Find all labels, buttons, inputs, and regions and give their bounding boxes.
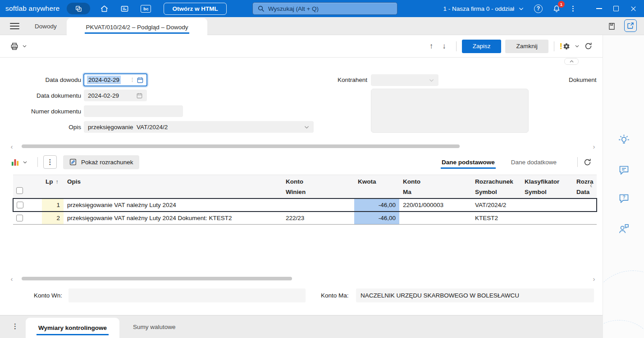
help-chat-button[interactable]: ? [618,192,630,204]
ideas-button[interactable] [618,134,630,146]
data-dowodu-input[interactable]: 2024-02-29 [83,73,147,86]
cell-rozrachunek[interactable]: KTEST2 [471,212,521,225]
opis-dropdown[interactable]: przeksięgowanie VAT/2024/2 [84,121,314,133]
notifications-button[interactable]: 1 [553,5,561,13]
collapse-header-button[interactable] [564,58,579,65]
numer-dokumentu-input[interactable] [84,105,183,117]
table-row[interactable]: 2 przeksięgowanie VAT należny Luty 2024 … [13,212,597,225]
column-konto-winien[interactable]: Konto [286,178,351,185]
move-down-button[interactable] [438,42,451,51]
divider [554,41,554,51]
column-rozrachunek[interactable]: Rozrachunek [475,178,517,185]
grid-horizontal-scrollbar[interactable] [9,275,597,282]
help-icon[interactable] [534,5,543,13]
entries-table: Lp Opis KontoWinien Kwota KontoMa Rozrac… [13,175,597,225]
sort-asc-icon[interactable] [56,179,59,185]
company-selector[interactable]: 1 - Nasza firma 0 - oddział [443,5,514,12]
row-checkbox[interactable] [16,215,23,221]
cell-opis[interactable]: przeksięgowanie VAT należny Luty 2024 [64,198,282,212]
kebab-icon[interactable] [12,322,18,330]
print-options-chevron[interactable] [22,44,27,49]
chevron-down-icon[interactable] [518,6,524,12]
chevron-up-icon [569,59,574,64]
tab-wymiary-kontrolingowe[interactable]: Wymiary kontrolingowe [26,318,119,338]
pages-panel-button[interactable] [607,22,616,31]
search-input[interactable] [268,5,393,12]
save-button[interactable]: Zapisz [462,40,502,53]
cell-klasyfikator[interactable] [521,212,573,225]
print-button[interactable] [10,42,19,51]
row-checkbox[interactable] [17,202,23,208]
cell-kwota[interactable]: -46,00 [354,212,399,225]
global-search[interactable] [252,2,397,15]
share-button[interactable] [624,19,637,32]
cell-opis[interactable]: przeksięgowanie VAT należny Luty 2024 Do… [64,212,282,225]
minimize-button[interactable] [594,4,603,13]
home-button[interactable] [100,5,109,13]
column-konto-ma[interactable]: Konto [403,178,468,185]
cell-rozra-data[interactable] [573,198,597,212]
show-settlement-button[interactable]: Pokaż rozrachunek [63,155,139,169]
calendar-icon[interactable] [136,92,143,99]
cell-konto-ma[interactable] [399,212,471,225]
calendar-icon[interactable] [137,77,144,84]
workspace-switcher-button[interactable] [67,3,90,14]
cell-lp[interactable]: 1 [42,198,64,212]
cell-konto-winien[interactable] [282,198,354,212]
column-opis[interactable]: Opis [67,178,279,185]
scroll-right-icon[interactable] [591,275,597,282]
cell-lp[interactable]: 2 [42,212,64,225]
person-chat-icon [618,223,630,235]
maximize-button[interactable] [612,4,621,13]
card-button[interactable] [120,5,129,13]
header-collapse-icon[interactable] [590,181,592,189]
comments-button[interactable] [618,164,630,176]
cell-rozrachunek[interactable]: VAT/2024/2 [471,198,521,212]
scrollbar-thumb[interactable] [22,277,292,280]
tab-sumy-walutowe[interactable]: Sumy walutowe [133,315,176,338]
cell-klasyfikator[interactable] [521,198,573,212]
move-up-button[interactable] [425,42,438,51]
grid-menu-button[interactable] [43,155,57,169]
kontrahent-dropdown[interactable] [371,74,438,86]
cell-konto-ma[interactable]: 220/01/000003 [399,198,471,212]
refresh-button[interactable] [584,42,593,50]
kebab-icon[interactable] [130,77,135,83]
scroll-left-icon[interactable] [9,275,14,282]
open-in-html-button[interactable]: Otwórz w HTML [164,3,226,15]
apps-icon [75,5,82,13]
column-klasyfikator[interactable]: Klasyfikator [525,178,569,185]
grid-refresh-button[interactable] [583,158,592,167]
scroll-left-icon[interactable] [9,143,14,150]
bc-button[interactable]: bc [141,5,151,13]
close-button[interactable] [629,4,638,13]
column-kwota[interactable]: Kwota [358,178,396,185]
column-lp[interactable]: Lp [46,178,53,185]
dokument-label: Dokument [569,77,597,83]
data-dokumentu-input[interactable]: 2024-02-29 [84,90,147,101]
contact-button[interactable] [618,223,630,235]
scrollbar-track[interactable] [16,277,589,280]
table-row[interactable]: 1 przeksięgowanie VAT należny Luty 2024 … [13,198,597,212]
tab-dowody[interactable]: Dowody [35,17,57,35]
warnings-button[interactable] [560,41,570,51]
cell-kwota[interactable]: -46,00 [354,198,399,212]
cell-rozra-data[interactable] [573,212,597,225]
tab-dane-dodatkowe[interactable]: Dane dodatkowe [510,156,557,169]
cell-konto-winien[interactable]: 222/23 [282,212,354,225]
scroll-right-icon[interactable] [591,143,597,150]
warnings-chevron[interactable] [575,44,580,49]
select-all-checkbox[interactable] [16,187,23,194]
kebab-icon[interactable] [570,5,576,13]
chart-options-chevron[interactable] [23,160,27,165]
scrollbar-track[interactable] [16,144,589,148]
form-horizontal-scrollbar[interactable] [9,143,597,149]
close-document-button[interactable]: Zamknij [505,40,548,53]
close-icon [630,5,637,12]
tab-dane-podstawowe[interactable]: Dane podstawowe [441,156,496,169]
scrollbar-thumb[interactable] [22,144,460,148]
tab-active-document[interactable]: PKVAT/010/24/2 – Podgląd – Dowody [67,18,207,36]
kontrahent-details-textarea[interactable] [371,89,529,133]
chart-button[interactable] [11,158,19,167]
hamburger-icon[interactable] [10,23,19,29]
